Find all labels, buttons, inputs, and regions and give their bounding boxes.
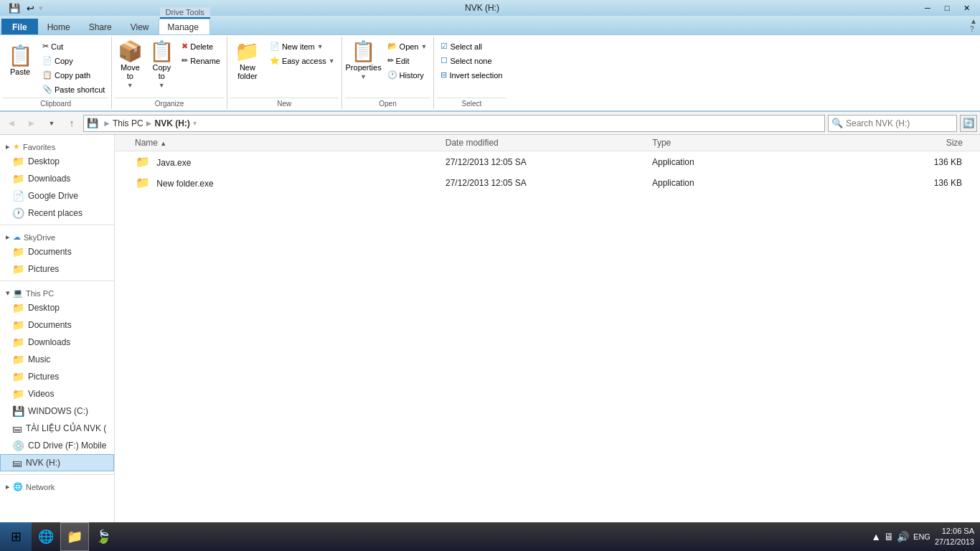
sidebar-item-downloads[interactable]: 📁 Downloads [0,170,114,187]
file-name-cell: 📁 Java.exe [121,155,446,169]
main-area: ▸ ★ Favorites 📁 Desktop 📁 Downloads 📄 Go… [0,135,980,538]
table-row[interactable]: 📁 Java.exe 27/12/2013 12:05 SA Applicati… [115,151,980,172]
column-header-date[interactable]: Date modified [446,138,653,148]
sidebar-item-desktop[interactable]: 📁 Desktop [0,153,114,170]
tray-chevron-icon[interactable]: ▲ [871,531,881,542]
sidebar-item-cd-drive[interactable]: 💿 CD Drive (F:) Mobile [0,437,114,454]
paste-icon: 📋 [8,46,33,66]
pc-downloads-icon: 📁 [12,336,24,348]
ribbon-spacer [509,37,980,109]
pc-videos-label: Videos [28,389,54,399]
table-row[interactable]: 📁 New folder.exe 27/12/2013 12:05 SA App… [115,172,980,193]
sidebar-item-pc-desktop[interactable]: 📁 Desktop [0,299,114,316]
address-bar[interactable]: 💾 ► This PC ► NVK (H:) ▾ [83,115,825,132]
desktop-folder-icon: 📁 [12,156,24,167]
cut-icon: ✂ [42,42,49,51]
refresh-button[interactable]: 🔄 [960,115,977,132]
easy-access-button[interactable]: ⭐ Easy access ▼ [266,54,339,67]
organize-content: 📦 Move to ▼ 📋 Copy to ▼ ✖ Delete ✏ [115,38,224,96]
tray-clock[interactable]: 12:06 SA 27/12/2013 [935,526,974,548]
forward-button[interactable]: ► [23,115,40,132]
column-header-name[interactable]: Name ▲ [121,138,446,148]
sidebar-item-pc-downloads[interactable]: 📁 Downloads [0,334,114,351]
up-button[interactable]: ↑ [63,115,80,132]
taskbar-item-explorer[interactable]: 📁 [60,522,89,551]
select-all-button[interactable]: ☑ Select all [437,39,506,53]
sidebar-item-recent-places[interactable]: 🕐 Recent places [0,204,114,222]
select-none-button[interactable]: ☐ Select none [437,54,506,67]
open-button[interactable]: 📂 Open ▼ [384,39,431,53]
sidebar-item-skydrive-documents[interactable]: 📁 Documents [0,243,114,260]
easy-access-label: Easy access [282,57,326,65]
copy-icon: 📄 [42,56,52,65]
tab-view[interactable]: View [121,19,159,34]
sidebar-item-pc-pictures[interactable]: 📁 Pictures [0,368,114,385]
cut-button[interactable]: ✂ Cut [39,39,108,53]
copy-button[interactable]: 📄 Copy [39,54,108,67]
new-item-button[interactable]: 📄 New item ▼ [266,39,339,53]
addr-part-thispc[interactable]: This PC [113,118,143,128]
copy-to-button[interactable]: 📋 Copy to ▼ [146,38,176,93]
start-button[interactable]: ⊞ [0,522,32,551]
sidebar-item-tai-lieu[interactable]: 🖴 TÀI LIỆU CỦA NVK ( [0,420,114,437]
move-to-button[interactable]: 📦 Move to ▼ [115,38,145,93]
copy-path-button[interactable]: 📋 Copy path [39,68,108,82]
desktop-label: Desktop [28,156,60,166]
skydrive-documents-label: Documents [28,247,72,257]
edit-button[interactable]: ✏ Edit [384,54,431,67]
column-header-size[interactable]: Size [859,138,974,148]
close-button[interactable]: ✕ [957,1,976,14]
sidebar-item-skydrive-pictures[interactable]: 📁 Pictures [0,260,114,278]
sidebar-item-nvk-h[interactable]: 🖴 NVK (H:) [0,454,114,471]
tab-share[interactable]: Share [80,19,121,34]
sidebar-section-skydrive[interactable]: ▸ ☁ SkyDrive [0,228,114,243]
new-item-arrow: ▼ [317,43,324,50]
taskbar-item-app3[interactable]: 🍃 [89,522,118,551]
qat-undo-btn[interactable]: ↩ [23,1,37,15]
pc-videos-icon: 📁 [12,388,24,400]
properties-button[interactable]: 📋 Properties ▼ [345,38,382,84]
minimize-button[interactable]: ─ [918,1,937,14]
sidebar-item-pc-videos[interactable]: 📁 Videos [0,385,114,402]
sidebar-item-pc-documents[interactable]: 📁 Documents [0,316,114,334]
taskbar-item-ie[interactable]: 🌐 [32,522,60,551]
sidebar-section-network[interactable]: ▸ 🌐 Network [0,478,114,493]
tab-home[interactable]: Home [38,19,80,34]
rename-button[interactable]: ✏ Rename [178,54,224,67]
tab-manage[interactable]: Manage [159,19,210,34]
move-to-label: Move to [117,63,143,80]
qat-save-btn[interactable]: 💾 [7,1,22,15]
network-expand-icon: ▸ [6,482,10,491]
tab-file[interactable]: File [1,19,38,34]
maximize-button[interactable]: □ [938,1,956,14]
name-sort-arrow: ▲ [160,140,166,147]
addr-dropdown-arrow[interactable]: ▾ [193,119,197,127]
sidebar-item-google-drive[interactable]: 📄 Google Drive [0,187,114,204]
new-folder-button[interactable]: 📁 New folder [230,38,265,84]
sidebar-item-pc-music[interactable]: 📁 Music [0,351,114,368]
paste-button[interactable]: 📋 Paste [3,38,37,84]
recent-locations-button[interactable]: ▼ [43,115,60,132]
search-input[interactable] [846,118,953,128]
help-btn[interactable]: ? [970,25,977,33]
sidebar-item-windows-c[interactable]: 💾 WINDOWS (C:) [0,402,114,420]
addr-part-nvk[interactable]: NVK (H:) [154,118,189,128]
tray-volume-icon[interactable]: 🔊 [897,531,909,542]
windows-c-label: WINDOWS (C:) [28,406,88,416]
paste-shortcut-button[interactable]: 📎 Paste shortcut [39,83,108,96]
rename-label: Rename [190,57,220,65]
cd-drive-label: CD Drive (F:) Mobile [28,441,106,451]
sidebar-section-favorites[interactable]: ▸ ★ Favorites [0,138,114,153]
app3-icon: 🍃 [95,529,111,545]
back-button[interactable]: ◄ [3,115,20,132]
invert-selection-button[interactable]: ⊟ Invert selection [437,68,506,82]
column-header-type[interactable]: Type [652,138,859,148]
search-icon: 🔍 [831,118,843,128]
ribbon-collapse-btn[interactable]: ▲ [970,17,977,25]
taskbar-items: 🌐 📁 🍃 [32,522,865,551]
sidebar-section-thispc[interactable]: ▾ 💻 This PC [0,284,114,299]
paste-shortcut-label: Paste shortcut [55,85,105,94]
history-button[interactable]: 🕐 History [384,68,431,82]
sidebar: ▸ ★ Favorites 📁 Desktop 📁 Downloads 📄 Go… [0,135,115,538]
delete-button[interactable]: ✖ Delete [178,39,224,53]
